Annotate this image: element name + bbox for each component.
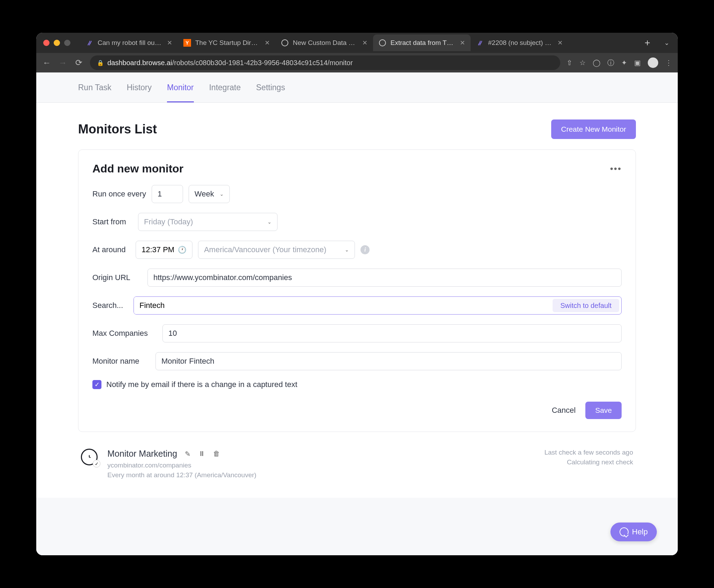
extensions-icon[interactable]: ✦: [621, 59, 627, 67]
time-value: 12:37 PM: [142, 245, 174, 254]
switch-default-button[interactable]: Switch to default: [553, 299, 619, 312]
tab-integrate[interactable]: Integrate: [209, 72, 241, 102]
close-tab-icon[interactable]: ✕: [557, 39, 563, 47]
clock-icon: 🕐: [178, 246, 187, 254]
save-button[interactable]: Save: [585, 402, 622, 419]
chevron-down-icon: ⌄: [345, 247, 349, 253]
select-value: America/Vancouver (Your timezone): [204, 245, 326, 254]
close-tab-icon[interactable]: ✕: [362, 39, 367, 47]
favicon-icon: [379, 39, 386, 47]
browser-tab[interactable]: ⫽ #2208 (no subject) - Mas ✕: [471, 34, 568, 51]
tab-settings[interactable]: Settings: [256, 72, 285, 102]
chevron-down-icon: ⌄: [220, 191, 224, 197]
new-tab-button[interactable]: +: [640, 37, 654, 48]
favicon-icon: [281, 39, 289, 47]
browser-tab[interactable]: Y The YC Startup Directory | ✕: [178, 34, 275, 51]
add-monitor-card: Add new monitor ••• Run once every Week …: [78, 149, 636, 432]
search-input-group: Switch to default: [134, 296, 622, 315]
origin-url-label: Origin URL: [92, 273, 142, 282]
reload-button[interactable]: ⟳: [74, 58, 84, 68]
select-value: Week: [195, 189, 214, 199]
card-title: Add new monitor: [92, 162, 183, 175]
nav-tabs: Run Task History Monitor Integrate Setti…: [36, 72, 678, 103]
favicon-icon: ⫽: [86, 39, 93, 47]
monitor-schedule: Every month at around 12:37 (America/Van…: [107, 471, 536, 479]
monitor-name: Monitor Marketing: [107, 449, 177, 459]
tab-history[interactable]: History: [127, 72, 152, 102]
url-field[interactable]: 🔒 dashboard.browse.ai/robots/c080b30d-19…: [90, 55, 560, 70]
help-button[interactable]: Help: [610, 523, 657, 541]
tab-title: #2208 (no subject) - Mas: [488, 39, 553, 47]
help-label: Help: [632, 527, 648, 536]
monitor-name-input[interactable]: [155, 352, 622, 370]
tab-monitor[interactable]: Monitor: [167, 72, 194, 102]
search-input[interactable]: [134, 297, 550, 314]
profile-avatar[interactable]: [648, 57, 658, 68]
extension-icon[interactable]: ◯: [593, 59, 600, 67]
window-controls: [40, 40, 75, 46]
notify-checkbox[interactable]: ✓: [92, 380, 101, 389]
favicon-icon: ⫽: [476, 39, 484, 47]
share-icon[interactable]: ⇧: [567, 59, 572, 67]
menu-icon[interactable]: ⋮: [665, 59, 672, 67]
edit-icon[interactable]: ✎: [185, 450, 191, 458]
delete-icon[interactable]: 🗑: [213, 450, 220, 458]
tab-title: The YC Startup Directory |: [195, 39, 260, 47]
timezone-select[interactable]: America/Vancouver (Your timezone) ⌄: [198, 241, 355, 259]
select-value: Friday (Today): [144, 217, 193, 226]
check-badge-icon: ✓: [93, 460, 100, 467]
maximize-window[interactable]: [64, 40, 70, 46]
next-check: Calculating next check: [544, 458, 633, 466]
more-icon[interactable]: •••: [610, 163, 622, 174]
browser-tab-bar: ⫽ Can my robot fill out a form ✕ Y The Y…: [36, 33, 678, 53]
panel-icon[interactable]: ▣: [634, 59, 641, 67]
address-bar: ← → ⟳ 🔒 dashboard.browse.ai/robots/c080b…: [36, 53, 678, 72]
browser-tab-active[interactable]: Extract data from The YC ✕: [373, 34, 471, 51]
tab-title: New Custom Data Extractor: [293, 39, 358, 47]
start-from-select[interactable]: Friday (Today) ⌄: [138, 213, 278, 231]
start-from-label: Start from: [92, 217, 132, 226]
browser-tab[interactable]: ⫽ Can my robot fill out a form ✕: [80, 34, 178, 51]
favicon-icon: Y: [183, 39, 191, 47]
max-companies-label: Max Companies: [92, 329, 157, 338]
monitor-list-item: ✓ Monitor Marketing ✎ ⏸ 🗑 ycombinator.co…: [78, 449, 636, 481]
url-text: dashboard.browse.ai/robots/c080b30d-1981…: [107, 59, 353, 67]
create-monitor-button[interactable]: Create New Monitor: [551, 119, 636, 139]
page-title: Monitors List: [78, 122, 157, 137]
tab-title: Can my robot fill out a form: [98, 39, 163, 47]
back-button[interactable]: ←: [42, 58, 52, 68]
at-around-label: At around: [92, 245, 130, 254]
monitor-name-label: Monitor name: [92, 357, 150, 366]
close-tab-icon[interactable]: ✕: [460, 39, 465, 47]
chat-bubble-icon: [620, 527, 629, 536]
tabs-menu-icon[interactable]: ⌄: [660, 39, 674, 47]
close-tab-icon[interactable]: ✕: [167, 39, 172, 47]
browser-tab[interactable]: New Custom Data Extractor ✕: [275, 34, 373, 51]
search-label: Search...: [92, 301, 128, 310]
run-every-label: Run once every: [92, 189, 146, 199]
notify-label: Notify me by email if there is a change …: [106, 380, 297, 389]
monitor-url: ycombinator.com/companies: [107, 462, 536, 469]
run-every-input[interactable]: [152, 185, 183, 203]
origin-url-input[interactable]: [147, 269, 622, 287]
info-icon[interactable]: i: [360, 245, 370, 254]
lock-icon: 🔒: [97, 60, 104, 66]
last-check: Last check a few seconds ago: [544, 449, 633, 456]
cancel-button[interactable]: Cancel: [552, 406, 576, 415]
run-every-unit-select[interactable]: Week ⌄: [189, 185, 230, 203]
bookmark-icon[interactable]: ☆: [579, 59, 586, 67]
tab-title: Extract data from The YC: [390, 39, 456, 47]
close-window[interactable]: [43, 40, 50, 46]
close-tab-icon[interactable]: ✕: [265, 39, 270, 47]
chevron-down-icon: ⌄: [267, 219, 272, 225]
time-input[interactable]: 12:37 PM 🕐: [136, 241, 192, 259]
pause-icon[interactable]: ⏸: [198, 450, 205, 458]
max-companies-input[interactable]: [162, 324, 622, 342]
tab-run-task[interactable]: Run Task: [78, 72, 111, 102]
forward-button[interactable]: →: [58, 58, 68, 68]
minimize-window[interactable]: [54, 40, 60, 46]
info-icon[interactable]: ⓘ: [607, 58, 614, 68]
